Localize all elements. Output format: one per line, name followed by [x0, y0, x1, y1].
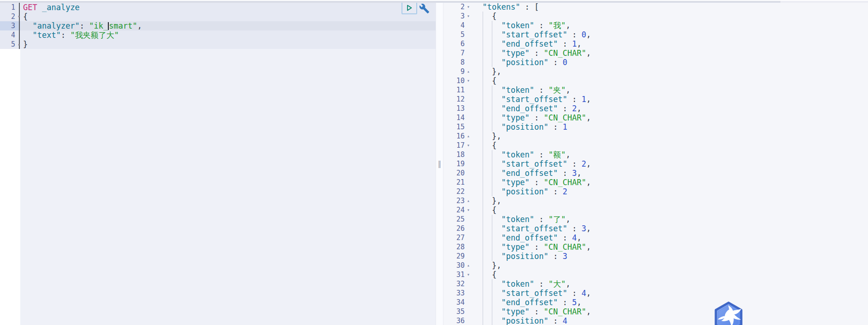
fold-up-icon[interactable]: ▴ — [16, 40, 22, 49]
line-number: 3 — [443, 12, 465, 21]
line-number: 7 — [443, 48, 465, 58]
code-token — [473, 224, 501, 233]
indent-guide — [483, 39, 483, 48]
code-token: , — [566, 150, 570, 159]
code-token: 3 — [563, 252, 567, 261]
code-token: : — [61, 30, 70, 40]
line-number: 6 — [443, 39, 465, 48]
code-token: "position" — [501, 252, 548, 261]
indent-guide — [483, 122, 483, 132]
code-token: "token" — [501, 215, 534, 224]
code-token: "type" — [501, 242, 529, 252]
line-number: 26 — [443, 224, 465, 233]
response-code-line: "token" : "了", — [473, 215, 571, 224]
code-token: : — [80, 21, 89, 30]
fold-down-icon[interactable]: ▾ — [465, 205, 472, 215]
response-code-line: { — [473, 12, 496, 21]
divider-handle-icon[interactable]: ‖ — [437, 159, 443, 169]
indent-guide — [483, 21, 483, 30]
code-token: "position" — [501, 58, 548, 67]
fold-down-icon[interactable]: ▾ — [16, 12, 22, 21]
response-code-line: "type" : "CN_CHAR", — [473, 178, 591, 187]
request-code-line: { — [23, 12, 28, 21]
code-token: 2 — [581, 159, 586, 169]
fold-up-icon[interactable]: ▴ — [465, 196, 472, 205]
code-token: 3 — [581, 224, 586, 233]
fold-up-icon[interactable]: ▴ — [465, 132, 472, 141]
fold-down-icon[interactable]: ▾ — [465, 76, 472, 85]
code-token: , — [586, 289, 591, 298]
line-number: 13 — [443, 104, 465, 113]
code-token: , — [566, 279, 570, 289]
response-code-line: "tokens" : [ — [473, 2, 539, 12]
code-token: { — [492, 205, 496, 215]
indent-guide — [483, 307, 483, 316]
response-code-line: "start_offset" : 4, — [473, 289, 591, 298]
thunder-download-badge[interactable] — [713, 301, 744, 325]
line-number: 5 — [443, 30, 465, 39]
code-token: 1 — [572, 39, 577, 48]
request-editor[interactable]: 1GET _analyze2▾{3 "analyzer": "ik_smart"… — [0, 0, 436, 325]
indent-guide — [492, 215, 492, 224]
request-options-button[interactable] — [418, 2, 430, 14]
fold-down-icon[interactable]: ▾ — [465, 270, 472, 279]
code-token — [473, 169, 501, 178]
line-number: 4 — [443, 21, 465, 30]
wrench-icon — [419, 3, 430, 14]
code-token: "额" — [549, 150, 566, 159]
code-token: { — [492, 141, 496, 150]
code-token — [473, 150, 501, 159]
fold-down-icon[interactable]: ▾ — [465, 2, 472, 12]
code-token: : — [549, 252, 563, 261]
code-token: : — [558, 233, 572, 242]
code-token — [473, 233, 501, 242]
indent-guide — [483, 132, 483, 141]
fold-down-icon[interactable]: ▾ — [465, 141, 472, 150]
indent-guide — [492, 159, 492, 169]
line-number: 22 — [443, 187, 465, 196]
indent-guide — [492, 58, 492, 67]
code-token: 4 — [563, 316, 567, 325]
response-code-line: "token" : "大", — [473, 279, 571, 289]
response-code-line: "end_offset" : 2, — [473, 104, 581, 113]
indent-guide — [483, 30, 483, 39]
code-token: 5 — [572, 298, 577, 307]
code-token: "start_offset" — [501, 30, 567, 39]
indent-guide — [492, 169, 492, 178]
code-token: "end_offset" — [501, 169, 558, 178]
code-token: { — [492, 76, 496, 85]
code-token: : — [567, 95, 582, 104]
code-token: "CN_CHAR" — [544, 48, 586, 58]
code-token: : — [530, 178, 544, 187]
response-code-line: "type" : "CN_CHAR", — [473, 48, 591, 58]
code-token: : — [558, 104, 572, 113]
indent-guide — [492, 289, 492, 298]
code-token: , — [586, 307, 591, 316]
code-token: : — [567, 30, 582, 39]
code-token: }, — [492, 196, 501, 205]
code-token: , — [586, 48, 591, 58]
code-token: _analyze — [42, 3, 80, 12]
code-token: "start_offset" — [501, 95, 567, 104]
code-token — [473, 58, 501, 67]
line-number: 5 — [0, 40, 15, 49]
fold-up-icon[interactable]: ▴ — [465, 67, 472, 76]
indent-guide — [492, 252, 492, 261]
code-token: { — [492, 12, 496, 21]
code-token — [473, 48, 501, 58]
send-request-button[interactable] — [402, 1, 417, 14]
code-token: GET — [23, 3, 37, 12]
line-number: 32 — [443, 279, 465, 289]
code-token — [473, 178, 501, 187]
line-number: 14 — [443, 113, 465, 122]
fold-up-icon[interactable]: ▴ — [465, 261, 472, 270]
fold-down-icon[interactable]: ▾ — [465, 12, 472, 21]
response-code-line: "end_offset" : 3, — [473, 169, 581, 178]
line-number: 35 — [443, 307, 465, 316]
code-token: }, — [492, 132, 501, 141]
response-code-line: { — [473, 76, 496, 85]
line-number: 17 — [443, 141, 465, 150]
code-token: "我" — [549, 21, 566, 30]
response-viewer[interactable]: 1{2▾ "tokens" : [3▾ {4 "token" : "我",5 "… — [443, 0, 868, 325]
code-token: 3 — [572, 169, 577, 178]
